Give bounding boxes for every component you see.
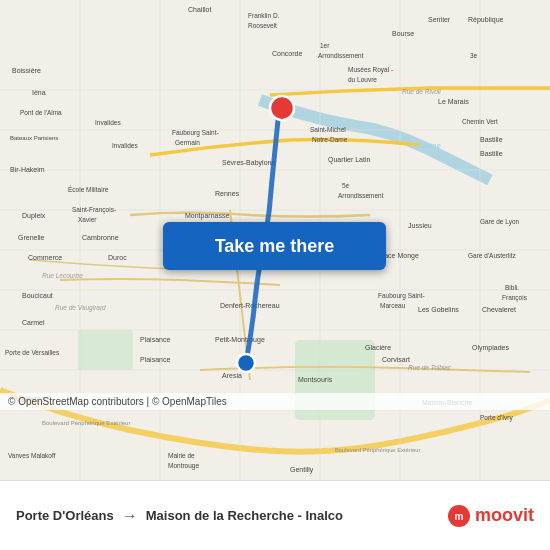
svg-text:Faubourg Saint-: Faubourg Saint- (378, 292, 425, 300)
svg-text:Boissière: Boissière (12, 67, 41, 74)
svg-text:Concorde: Concorde (272, 50, 302, 57)
svg-text:Duroc: Duroc (108, 254, 127, 261)
svg-text:Arrondissement: Arrondissement (338, 192, 384, 199)
svg-text:Bibli.: Bibli. (505, 284, 519, 291)
svg-text:Le Marais: Le Marais (438, 98, 469, 105)
svg-text:Quartier Latin: Quartier Latin (328, 156, 371, 164)
arrow-icon: → (122, 507, 138, 525)
svg-text:École Militaire: École Militaire (68, 185, 109, 193)
svg-text:Germain: Germain (175, 139, 200, 146)
svg-text:Marceau: Marceau (380, 302, 406, 309)
copyright-bar: © OpenStreetMap contributors | © OpenMap… (0, 393, 550, 410)
svg-text:Saint-Michel: Saint-Michel (310, 126, 346, 133)
svg-text:5e: 5e (342, 182, 350, 189)
svg-text:Chemin Vert: Chemin Vert (462, 118, 498, 125)
svg-text:Bastille: Bastille (480, 136, 503, 143)
svg-text:Xavier: Xavier (78, 216, 97, 223)
svg-text:Montparnasse: Montparnasse (185, 212, 229, 220)
svg-text:Porte de Versailles: Porte de Versailles (5, 349, 60, 356)
svg-text:3e: 3e (470, 52, 478, 59)
svg-text:Grenelle: Grenelle (18, 234, 45, 241)
svg-text:Rue de Rivoli: Rue de Rivoli (402, 88, 441, 95)
svg-text:Les Gobelins: Les Gobelins (418, 306, 459, 313)
svg-point-97 (237, 354, 255, 372)
svg-text:Faubourg Saint-: Faubourg Saint- (172, 129, 219, 137)
svg-text:Sèvres-Babylone: Sèvres-Babylone (222, 159, 275, 167)
svg-text:Bir-Hakeim: Bir-Hakeim (10, 166, 45, 173)
svg-text:Bourse: Bourse (392, 30, 414, 37)
take-me-there-button[interactable]: Take me there (163, 222, 386, 270)
svg-text:Montsouris: Montsouris (298, 376, 333, 383)
svg-text:Chaillot: Chaillot (188, 6, 211, 13)
svg-text:Boucicaut: Boucicaut (22, 292, 53, 299)
svg-text:Notre-Dame: Notre-Dame (312, 136, 348, 143)
svg-text:Gare d'Austerlitz: Gare d'Austerlitz (468, 252, 517, 259)
svg-text:Gentilly: Gentilly (290, 466, 314, 474)
svg-text:Sentier: Sentier (428, 16, 451, 23)
svg-text:Rennes: Rennes (215, 190, 240, 197)
svg-text:m: m (455, 511, 464, 522)
map-container: Boissière Iéna Pont de l'Alma Invalides … (0, 0, 550, 480)
svg-text:Invalides: Invalides (112, 142, 138, 149)
svg-text:Roosevelt: Roosevelt (248, 22, 277, 29)
svg-rect-2 (78, 330, 133, 370)
svg-text:Rue de Vaugirard: Rue de Vaugirard (55, 304, 106, 312)
svg-text:Rue Lecourbe: Rue Lecourbe (42, 272, 83, 279)
svg-text:Olympiades: Olympiades (472, 344, 509, 352)
svg-text:Invalides: Invalides (95, 119, 121, 126)
svg-text:Glacière: Glacière (365, 344, 391, 351)
svg-text:Porte d'Ivry: Porte d'Ivry (480, 414, 513, 422)
moovit-logo: m moovit (447, 504, 534, 528)
bottom-bar: Porte D'Orléans → Maison de la Recherche… (0, 480, 550, 550)
copyright-text: © OpenStreetMap contributors | © OpenMap… (8, 396, 227, 407)
origin-label: Porte D'Orléans (16, 508, 114, 523)
svg-text:Chevaleret: Chevaleret (482, 306, 516, 313)
svg-text:Commerce: Commerce (28, 254, 62, 261)
svg-text:Petit-Montrouge: Petit-Montrouge (215, 336, 265, 344)
svg-text:Saint-François-: Saint-François- (72, 206, 116, 214)
svg-text:1er: 1er (320, 42, 330, 49)
svg-text:Jussieu: Jussieu (408, 222, 432, 229)
svg-text:François: François (502, 294, 528, 302)
svg-text:République: République (468, 16, 504, 24)
svg-text:Plaisance: Plaisance (140, 336, 170, 343)
destination-label: Maison de la Recherche - Inalco (146, 508, 343, 523)
svg-text:La Seine: La Seine (410, 141, 441, 150)
moovit-brand-text: moovit (475, 505, 534, 526)
svg-text:Boulevard Périphérique Extérie: Boulevard Périphérique Extérieur (335, 447, 420, 453)
svg-text:Denfert-Rochereau: Denfert-Rochereau (220, 302, 280, 309)
svg-text:Plaisance: Plaisance (140, 356, 170, 363)
svg-text:Pont de l'Alma: Pont de l'Alma (20, 109, 62, 116)
svg-text:Bateaux Parisiens: Bateaux Parisiens (10, 135, 58, 141)
svg-text:Rue de Tolbiac: Rue de Tolbiac (408, 364, 452, 371)
svg-text:Carmel: Carmel (22, 319, 45, 326)
svg-text:Dupleix: Dupleix (22, 212, 46, 220)
svg-text:Mairie de: Mairie de (168, 452, 195, 459)
moovit-icon: m (447, 504, 471, 528)
route-info: Porte D'Orléans → Maison de la Recherche… (16, 507, 447, 525)
svg-text:Gare de Lyon: Gare de Lyon (480, 218, 520, 226)
svg-text:Bastille: Bastille (480, 150, 503, 157)
svg-text:Franklin D.: Franklin D. (248, 12, 280, 19)
svg-text:Aresia: Aresia (222, 372, 242, 379)
svg-text:Vanves Malakoff: Vanves Malakoff (8, 452, 56, 459)
svg-text:Montrouge: Montrouge (168, 462, 199, 470)
svg-text:Musées Royal -: Musées Royal - (348, 66, 393, 74)
svg-text:Corvisart: Corvisart (382, 356, 410, 363)
svg-text:Arrondissement: Arrondissement (318, 52, 364, 59)
svg-text:du Louvre: du Louvre (348, 76, 377, 83)
svg-text:Boulevard Périphérique Extérie: Boulevard Périphérique Extérieur (42, 420, 130, 426)
svg-text:Iéna: Iéna (32, 89, 46, 96)
svg-text:Cambronne: Cambronne (82, 234, 119, 241)
